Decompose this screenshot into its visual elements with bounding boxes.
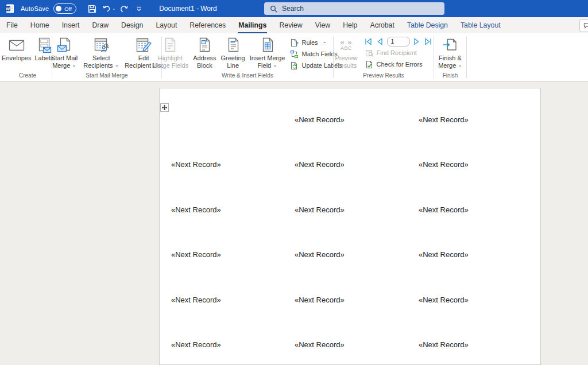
svg-text:W: W (6, 6, 10, 11)
rules-label: Rules (301, 39, 318, 46)
find-recipient-label: Find Recipient (377, 49, 417, 56)
ribbon-group-preview-results: « »ABC Preview Results (334, 33, 434, 81)
start-mail-merge-button[interactable]: Start Mail Merge (49, 34, 79, 70)
tab-file[interactable]: File (0, 17, 24, 33)
highlight-merge-fields-icon (163, 36, 177, 55)
merge-field[interactable]: «Next Record» (295, 160, 345, 169)
envelopes-button[interactable]: Envelopes (0, 34, 33, 63)
preview-results-label-line2: Results (336, 62, 357, 69)
tab-view[interactable]: View (309, 17, 336, 33)
tab-table-design[interactable]: Table Design (401, 17, 454, 33)
tab-review[interactable]: Review (273, 17, 308, 33)
merge-field[interactable]: «Next Record» (419, 296, 469, 304)
record-number-input[interactable] (387, 37, 410, 46)
autosave-toggle[interactable]: Off (53, 3, 76, 14)
preview-results-button[interactable]: « »ABC Preview Results (333, 34, 359, 69)
merge-field[interactable]: «Next Record» (419, 160, 469, 169)
highlight-merge-fields-button[interactable]: Highlight Merge Fields (150, 34, 191, 69)
tab-table-layout[interactable]: Table Layout (454, 17, 507, 33)
merge-field[interactable]: «Next Record» (171, 296, 221, 304)
greeting-line-button[interactable]: Greeting Line (219, 34, 247, 69)
group-name-preview-results: Preview Results (334, 72, 434, 81)
group-name-write-insert-fields: Write & Insert Fields (162, 72, 333, 81)
search-icon (270, 5, 277, 13)
redo-icon[interactable] (117, 2, 131, 15)
select-recipients-button[interactable]: Select Recipients (82, 34, 121, 70)
tab-home[interactable]: Home (24, 17, 56, 33)
svg-text:?: ? (296, 41, 299, 46)
select-recipients-icon (94, 36, 109, 55)
merge-field[interactable]: «Next Record» (171, 205, 221, 214)
envelope-icon (9, 36, 25, 55)
merge-field[interactable]: «Next Record» (295, 115, 345, 124)
finish-and-merge-button[interactable]: Finish & Merge (436, 34, 464, 70)
edit-recipient-list-label-line1: Edit (138, 55, 149, 62)
merge-field[interactable]: «Next Record» (295, 205, 345, 214)
find-recipient-icon (365, 49, 374, 57)
find-recipient-button[interactable]: Find Recipient (363, 47, 434, 59)
insert-merge-field-label-line1: Insert Merge (250, 55, 285, 62)
previous-record-icon[interactable] (376, 37, 385, 46)
next-record-icon[interactable] (412, 37, 421, 46)
merge-field[interactable]: «Next Record» (419, 250, 469, 259)
greeting-line-label-line1: Greeting (221, 55, 245, 62)
merge-field[interactable]: «Next Record» (295, 296, 345, 304)
update-labels-icon (290, 61, 299, 70)
tab-insert[interactable]: Insert (56, 17, 86, 33)
finish-and-merge-label-line1: Finish & (439, 55, 462, 62)
address-block-label-line1: Address (193, 55, 216, 62)
address-block-icon (198, 36, 211, 55)
ribbon-group-start-mail-merge: Start Mail Merge (52, 33, 161, 81)
address-block-label-line2: Block (197, 62, 212, 69)
group-name-finish: Finish (434, 72, 466, 81)
search-placeholder: Search (282, 5, 304, 13)
table-move-handle-icon[interactable] (160, 103, 169, 112)
autosave-toggle-state: Off (64, 6, 72, 12)
merge-field[interactable]: «Next Record» (295, 250, 345, 259)
merge-field[interactable]: «Next Record» (295, 340, 345, 349)
start-mail-merge-label-line1: Start Mail (51, 55, 78, 62)
tab-design[interactable]: Design (115, 17, 149, 33)
tab-references[interactable]: References (183, 17, 232, 33)
save-icon[interactable] (84, 2, 99, 15)
address-block-button[interactable]: Address Block (191, 34, 218, 69)
ribbon: Envelopes Labels Create (0, 33, 588, 81)
ribbon-group-finish: Finish & Merge Finish (434, 33, 466, 81)
tab-acrobat[interactable]: Acrobat (363, 17, 400, 33)
merge-field[interactable]: «Next Record» (171, 160, 221, 169)
autosave-toggle-knob (56, 6, 61, 11)
quick-access-toolbar-chevron-icon[interactable] (131, 2, 146, 15)
comments-button-partial[interactable] (579, 19, 588, 32)
select-recipients-label-line2: Recipients (83, 62, 119, 70)
autosave-label: AutoSave (21, 5, 49, 12)
tab-draw[interactable]: Draw (86, 17, 115, 33)
word-app-icon[interactable]: W (5, 3, 15, 14)
document-page[interactable]: «Next Record» «Next Record» «Next Record… (159, 88, 541, 365)
insert-merge-field-label-line2: Field (257, 62, 277, 70)
document-canvas: «Next Record» «Next Record» «Next Record… (0, 81, 588, 365)
check-for-errors-button[interactable]: Check for Errors (363, 59, 434, 70)
search-input[interactable]: Search (264, 2, 444, 15)
tab-mailings[interactable]: Mailings (232, 17, 273, 33)
merge-field[interactable]: «Next Record» (171, 250, 221, 259)
first-record-icon[interactable] (364, 37, 373, 46)
insert-merge-field-button[interactable]: Insert Merge Field (248, 34, 287, 70)
merge-field[interactable]: «Next Record» (419, 205, 469, 214)
undo-dropdown-chevron-icon[interactable]: ⌄ (112, 6, 115, 11)
check-for-errors-icon (365, 60, 374, 69)
ribbon-group-create: Envelopes Labels Create (3, 33, 52, 81)
merge-field[interactable]: «Next Record» (419, 115, 469, 124)
last-record-icon[interactable] (424, 37, 433, 46)
merge-field[interactable]: «Next Record» (419, 340, 469, 349)
tab-help[interactable]: Help (336, 17, 363, 33)
envelopes-label: Envelopes (2, 55, 31, 62)
group-name-start-mail-merge: Start Mail Merge (52, 72, 161, 81)
finish-and-merge-icon (442, 36, 458, 55)
match-fields-icon (290, 50, 299, 59)
preview-results-label-line1: Preview (335, 55, 357, 62)
record-navigation (363, 36, 434, 47)
merge-field[interactable]: «Next Record» (171, 340, 221, 349)
select-recipients-label-line1: Select (92, 55, 110, 62)
tab-layout[interactable]: Layout (149, 17, 183, 33)
start-mail-merge-label-line2: Merge (52, 62, 76, 70)
